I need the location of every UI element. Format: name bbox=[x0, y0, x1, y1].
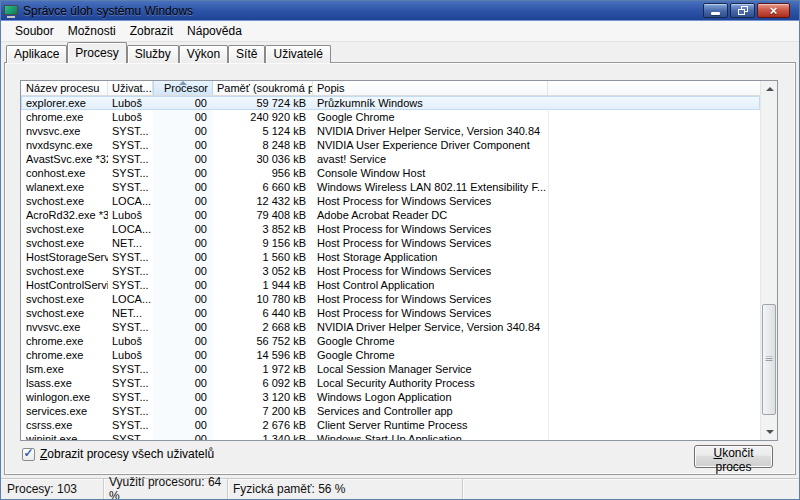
column-header-description[interactable]: Popis bbox=[313, 81, 548, 95]
cell-desc: Windows Logon Application bbox=[313, 390, 548, 404]
checkbox-box[interactable]: ✓ bbox=[22, 448, 35, 461]
cell-user: Luboš bbox=[108, 348, 153, 362]
table-row[interactable]: csrss.exeSYST...002 676 kBClient Server … bbox=[21, 418, 760, 432]
cell-cpu: 00 bbox=[153, 110, 213, 124]
table-row[interactable]: chrome.exeLuboš0014 596 kBGoogle Chrome bbox=[21, 348, 760, 362]
tab-sluzby[interactable]: Služby bbox=[127, 45, 179, 63]
restore-icon bbox=[738, 6, 748, 15]
table-row[interactable]: HostControlServic...SYST...001 944 kBHos… bbox=[21, 278, 760, 292]
tab-procesy[interactable]: Procesy bbox=[67, 42, 126, 63]
title-bar[interactable]: Správce úloh systému Windows × bbox=[1, 1, 799, 21]
column-header-user[interactable]: Uživat... bbox=[108, 81, 153, 95]
table-row[interactable]: svchost.exeNET...009 156 kBHost Process … bbox=[21, 236, 760, 250]
scroll-down-button[interactable] bbox=[761, 424, 778, 440]
table-row[interactable]: nvvsvc.exeSYST...002 668 kBNVIDIA Driver… bbox=[21, 320, 760, 334]
tab-aplikace[interactable]: Aplikace bbox=[6, 45, 67, 63]
scrollbar-thumb[interactable] bbox=[762, 304, 776, 415]
vertical-scrollbar[interactable] bbox=[760, 81, 777, 440]
table-row[interactable]: svchost.exeLOCA...003 852 kBHost Process… bbox=[21, 222, 760, 236]
cell-user: SYST... bbox=[108, 278, 153, 292]
cell-desc: avast! Service bbox=[313, 152, 548, 166]
cell-user: NET... bbox=[108, 306, 153, 320]
cell-user: SYST... bbox=[108, 250, 153, 264]
tab-vykon[interactable]: Výkon bbox=[179, 45, 228, 63]
cell-mem: 6 660 kB bbox=[213, 180, 313, 194]
cell-cpu: 00 bbox=[153, 418, 213, 432]
close-icon: × bbox=[770, 4, 778, 17]
cell-user: Luboš bbox=[108, 334, 153, 348]
window-title: Správce úloh systému Windows bbox=[23, 1, 193, 21]
column-header-name[interactable]: Název procesu bbox=[21, 81, 108, 95]
cell-name: lsm.exe bbox=[21, 362, 108, 376]
cell-desc: Local Security Authority Process bbox=[313, 376, 548, 390]
table-row[interactable]: wininit.exeSYST...001 340 kBWindows Star… bbox=[21, 432, 760, 440]
cell-user: SYST... bbox=[108, 390, 153, 404]
cell-user: SYST... bbox=[108, 166, 153, 180]
cell-name: explorer.exe bbox=[21, 96, 108, 110]
cell-user: SYST... bbox=[108, 320, 153, 334]
cell-desc: NVIDIA User Experience Driver Component bbox=[313, 138, 548, 152]
table-row[interactable]: explorer.exeLuboš0059 724 kBPrůzkumník W… bbox=[21, 96, 760, 110]
cell-cpu: 00 bbox=[153, 250, 213, 264]
status-physical-memory: Fyzická paměť: 56 % bbox=[228, 479, 463, 499]
menu-item-napoveda[interactable]: Nápověda bbox=[180, 22, 249, 40]
cell-desc: Google Chrome bbox=[313, 348, 548, 362]
show-all-users-checkbox[interactable]: ✓ Zobrazit procesy všech uživatelů bbox=[22, 447, 214, 461]
cell-cpu: 00 bbox=[153, 138, 213, 152]
menu-item-moznosti[interactable]: Možnosti bbox=[61, 22, 123, 40]
table-row[interactable]: svchost.exeLOCA...0012 432 kBHost Proces… bbox=[21, 194, 760, 208]
table-row[interactable]: services.exeSYST...007 200 kBServices an… bbox=[21, 404, 760, 418]
table-row[interactable]: HostStorageServi...SYST...001 560 kBHost… bbox=[21, 250, 760, 264]
table-row[interactable]: lsm.exeSYST...001 972 kBLocal Session Ma… bbox=[21, 362, 760, 376]
cell-cpu: 00 bbox=[153, 166, 213, 180]
table-row[interactable]: nvvsvc.exeSYST...005 124 kBNVIDIA Driver… bbox=[21, 124, 760, 138]
cell-desc: Google Chrome bbox=[313, 334, 548, 348]
cell-user: LOCA... bbox=[108, 222, 153, 236]
column-header-cpu[interactable]: Procesor bbox=[153, 81, 213, 95]
cell-desc: NVIDIA Driver Helper Service, Version 34… bbox=[313, 124, 548, 138]
cell-user: SYST... bbox=[108, 138, 153, 152]
table-row[interactable]: svchost.exeNET...006 440 kBHost Process … bbox=[21, 306, 760, 320]
checkbox-label: Zobrazit procesy všech uživatelů bbox=[40, 447, 214, 461]
minimize-icon bbox=[711, 12, 720, 15]
table-row[interactable]: AcroRd32.exe *32Luboš0079 408 kBAdobe Ac… bbox=[21, 208, 760, 222]
cell-desc: Průzkumník Windows bbox=[313, 96, 548, 110]
cell-cpu: 00 bbox=[153, 278, 213, 292]
table-row[interactable]: conhost.exeSYST...00956 kBConsole Window… bbox=[21, 166, 760, 180]
scroll-up-button[interactable] bbox=[761, 81, 778, 97]
table-body: explorer.exeLuboš0059 724 kBPrůzkumník W… bbox=[21, 96, 760, 440]
cell-name: svchost.exe bbox=[21, 194, 108, 208]
column-header-memory[interactable]: Paměť (soukromá p... bbox=[213, 81, 313, 95]
restore-button[interactable] bbox=[730, 3, 755, 18]
tab-site[interactable]: Sítě bbox=[228, 45, 265, 63]
tab-uzivatele[interactable]: Uživatelé bbox=[265, 45, 330, 63]
table-row[interactable]: winlogon.exeSYST...003 120 kBWindows Log… bbox=[21, 390, 760, 404]
table-row[interactable]: wlanext.exeSYST...006 660 kBWindows Wire… bbox=[21, 180, 760, 194]
cell-cpu: 00 bbox=[153, 390, 213, 404]
cell-cpu: 00 bbox=[153, 362, 213, 376]
end-process-button[interactable]: Ukončit proces bbox=[694, 445, 773, 468]
cell-mem: 1 944 kB bbox=[213, 278, 313, 292]
menu-item-soubor[interactable]: Soubor bbox=[8, 22, 61, 40]
table-row[interactable]: chrome.exeLuboš0056 752 kBGoogle Chrome bbox=[21, 334, 760, 348]
menu-bar: Soubor Možnosti Zobrazit Nápověda bbox=[1, 21, 799, 42]
table-row[interactable]: svchost.exeLOCA...0010 780 kBHost Proces… bbox=[21, 292, 760, 306]
cell-mem: 3 052 kB bbox=[213, 264, 313, 278]
table-row[interactable]: lsass.exeSYST...006 092 kBLocal Security… bbox=[21, 376, 760, 390]
cell-mem: 3 120 kB bbox=[213, 390, 313, 404]
cell-user: Luboš bbox=[108, 110, 153, 124]
cell-desc: Windows Start-Up Application bbox=[313, 432, 548, 440]
minimize-button[interactable] bbox=[703, 3, 728, 18]
table-row[interactable]: svchost.exeSYST...003 052 kBHost Process… bbox=[21, 264, 760, 278]
table-row[interactable]: chrome.exeLuboš00240 920 kBGoogle Chrome bbox=[21, 110, 760, 124]
cell-cpu: 00 bbox=[153, 334, 213, 348]
cell-name: svchost.exe bbox=[21, 236, 108, 250]
table-row[interactable]: nvxdsync.exeSYST...008 248 kBNVIDIA User… bbox=[21, 138, 760, 152]
cell-mem: 2 668 kB bbox=[213, 320, 313, 334]
cell-user: LOCA... bbox=[108, 292, 153, 306]
cell-name: nvvsvc.exe bbox=[21, 124, 108, 138]
table-row[interactable]: AvastSvc.exe *32SYST...0030 036 kBavast!… bbox=[21, 152, 760, 166]
menu-item-zobrazit[interactable]: Zobrazit bbox=[123, 22, 180, 40]
cell-name: HostStorageServi... bbox=[21, 250, 108, 264]
close-button[interactable]: × bbox=[757, 3, 790, 18]
